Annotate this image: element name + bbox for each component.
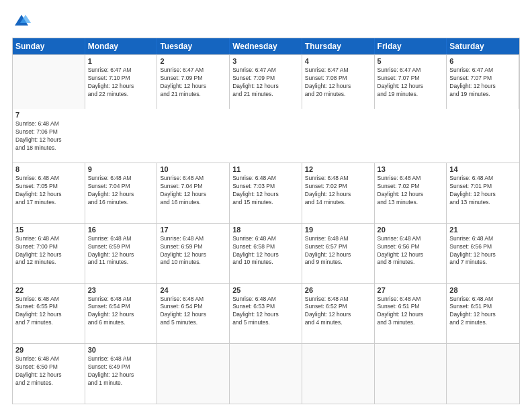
empty-cell xyxy=(447,344,519,404)
day-info: Sunrise: 6:48 AMSunset: 7:04 PMDaylight:… xyxy=(88,175,154,207)
day-info: Sunrise: 6:48 AMSunset: 7:00 PMDaylight:… xyxy=(15,235,82,267)
logo xyxy=(12,12,32,31)
day-info: Sunrise: 6:48 AMSunset: 7:06 PMDaylight:… xyxy=(15,120,83,152)
day-info: Sunrise: 6:48 AMSunset: 7:01 PMDaylight:… xyxy=(449,175,517,207)
calendar-row-3: 22Sunrise: 6:48 AMSunset: 6:55 PMDayligh… xyxy=(13,283,519,344)
header-day-wednesday: Wednesday xyxy=(230,38,302,54)
day-number: 18 xyxy=(232,226,299,234)
day-cell-29: 29Sunrise: 6:48 AMSunset: 6:50 PMDayligh… xyxy=(13,344,85,404)
day-cell-24: 24Sunrise: 6:48 AMSunset: 6:54 PMDayligh… xyxy=(157,284,230,344)
day-cell-2: 2Sunrise: 6:47 AMSunset: 7:09 PMDaylight… xyxy=(157,55,230,109)
day-cell-16: 16Sunrise: 6:48 AMSunset: 6:59 PMDayligh… xyxy=(85,224,158,283)
day-cell-22: 22Sunrise: 6:48 AMSunset: 6:55 PMDayligh… xyxy=(13,284,85,344)
day-number: 11 xyxy=(232,165,299,173)
day-cell-8: 8Sunrise: 6:48 AMSunset: 7:05 PMDaylight… xyxy=(13,163,85,223)
day-info: Sunrise: 6:47 AMSunset: 7:09 PMDaylight:… xyxy=(232,66,299,99)
day-cell-9: 9Sunrise: 6:48 AMSunset: 7:04 PMDaylight… xyxy=(85,163,158,223)
calendar-row-1: 8Sunrise: 6:48 AMSunset: 7:05 PMDaylight… xyxy=(13,163,519,223)
day-cell-13: 13Sunrise: 6:48 AMSunset: 7:02 PMDayligh… xyxy=(375,163,447,223)
day-info: Sunrise: 6:48 AMSunset: 6:58 PMDaylight:… xyxy=(232,235,299,267)
day-number: 7 xyxy=(15,111,83,119)
day-cell-14: 14Sunrise: 6:48 AMSunset: 7:01 PMDayligh… xyxy=(447,163,519,223)
day-number: 23 xyxy=(88,286,154,294)
day-info: Sunrise: 6:48 AMSunset: 6:56 PMDaylight:… xyxy=(378,235,444,267)
day-number: 5 xyxy=(378,57,444,65)
day-cell-4: 4Sunrise: 6:47 AMSunset: 7:08 PMDaylight… xyxy=(302,55,375,109)
header-day-sunday: Sunday xyxy=(13,38,85,54)
day-number: 4 xyxy=(305,57,371,65)
day-cell-3: 3Sunrise: 6:47 AMSunset: 7:09 PMDaylight… xyxy=(230,55,302,109)
day-info: Sunrise: 6:48 AMSunset: 7:05 PMDaylight:… xyxy=(15,175,82,207)
day-cell-26: 26Sunrise: 6:48 AMSunset: 6:52 PMDayligh… xyxy=(302,284,375,344)
day-number: 3 xyxy=(232,57,299,65)
day-number: 30 xyxy=(88,346,154,354)
day-number: 22 xyxy=(15,286,82,294)
day-number: 15 xyxy=(15,226,82,234)
day-info: Sunrise: 6:48 AMSunset: 6:53 PMDaylight:… xyxy=(232,295,299,328)
calendar-body: 1Sunrise: 6:47 AMSunset: 7:10 PMDaylight… xyxy=(13,54,519,404)
day-info: Sunrise: 6:47 AMSunset: 7:08 PMDaylight:… xyxy=(305,66,371,99)
day-info: Sunrise: 6:48 AMSunset: 6:49 PMDaylight:… xyxy=(88,355,154,387)
day-info: Sunrise: 6:47 AMSunset: 7:10 PMDaylight:… xyxy=(88,66,154,99)
day-number: 16 xyxy=(88,226,154,234)
day-info: Sunrise: 6:48 AMSunset: 6:59 PMDaylight:… xyxy=(88,235,154,267)
day-info: Sunrise: 6:48 AMSunset: 7:04 PMDaylight:… xyxy=(160,175,226,207)
header-day-saturday: Saturday xyxy=(447,38,519,54)
day-info: Sunrise: 6:48 AMSunset: 6:52 PMDaylight:… xyxy=(305,295,371,328)
calendar-row-4: 29Sunrise: 6:48 AMSunset: 6:50 PMDayligh… xyxy=(13,343,519,404)
day-cell-6: 6Sunrise: 6:47 AMSunset: 7:07 PMDaylight… xyxy=(447,55,519,109)
header-day-monday: Monday xyxy=(85,38,158,54)
day-number: 2 xyxy=(160,57,226,65)
empty-cell xyxy=(157,344,230,404)
day-cell-20: 20Sunrise: 6:48 AMSunset: 6:56 PMDayligh… xyxy=(375,224,447,283)
day-info: Sunrise: 6:48 AMSunset: 6:50 PMDaylight:… xyxy=(15,355,82,387)
day-cell-7: 7Sunrise: 6:48 AMSunset: 7:06 PMDaylight… xyxy=(13,109,85,163)
day-info: Sunrise: 6:48 AMSunset: 7:03 PMDaylight:… xyxy=(232,175,299,207)
day-number: 13 xyxy=(378,165,444,173)
day-cell-21: 21Sunrise: 6:48 AMSunset: 6:56 PMDayligh… xyxy=(447,224,519,283)
day-info: Sunrise: 6:47 AMSunset: 7:07 PMDaylight:… xyxy=(378,66,444,99)
day-cell-17: 17Sunrise: 6:48 AMSunset: 6:59 PMDayligh… xyxy=(157,224,230,283)
day-info: Sunrise: 6:48 AMSunset: 6:51 PMDaylight:… xyxy=(449,295,517,328)
day-number: 17 xyxy=(160,226,226,234)
day-info: Sunrise: 6:48 AMSunset: 6:56 PMDaylight:… xyxy=(449,235,517,267)
day-cell-28: 28Sunrise: 6:48 AMSunset: 6:51 PMDayligh… xyxy=(447,284,519,344)
day-cell-12: 12Sunrise: 6:48 AMSunset: 7:02 PMDayligh… xyxy=(302,163,375,223)
day-number: 12 xyxy=(305,165,371,173)
logo-icon xyxy=(12,12,31,31)
calendar-row-2: 15Sunrise: 6:48 AMSunset: 7:00 PMDayligh… xyxy=(13,223,519,283)
header-day-tuesday: Tuesday xyxy=(157,38,230,54)
day-number: 14 xyxy=(449,165,517,173)
empty-cell xyxy=(230,344,302,404)
day-number: 25 xyxy=(232,286,299,294)
day-cell-23: 23Sunrise: 6:48 AMSunset: 6:54 PMDayligh… xyxy=(85,284,158,344)
day-number: 28 xyxy=(449,286,517,294)
day-number: 9 xyxy=(88,165,154,173)
empty-cell xyxy=(375,344,447,404)
day-info: Sunrise: 6:48 AMSunset: 6:55 PMDaylight:… xyxy=(15,295,82,328)
day-info: Sunrise: 6:48 AMSunset: 6:57 PMDaylight:… xyxy=(305,235,371,267)
header-day-friday: Friday xyxy=(375,38,447,54)
day-number: 1 xyxy=(88,57,154,65)
day-number: 8 xyxy=(15,165,82,173)
day-number: 19 xyxy=(305,226,371,234)
day-cell-30: 30Sunrise: 6:48 AMSunset: 6:49 PMDayligh… xyxy=(85,344,158,404)
day-cell-10: 10Sunrise: 6:48 AMSunset: 7:04 PMDayligh… xyxy=(157,163,230,223)
day-number: 20 xyxy=(378,226,444,234)
day-number: 29 xyxy=(15,346,82,354)
day-cell-25: 25Sunrise: 6:48 AMSunset: 6:53 PMDayligh… xyxy=(230,284,302,344)
day-info: Sunrise: 6:47 AMSunset: 7:07 PMDaylight:… xyxy=(449,66,516,99)
day-info: Sunrise: 6:48 AMSunset: 6:54 PMDaylight:… xyxy=(160,295,226,328)
header xyxy=(12,12,520,31)
day-number: 24 xyxy=(160,286,226,294)
calendar-header: SundayMondayTuesdayWednesdayThursdayFrid… xyxy=(13,38,519,54)
empty-cell xyxy=(13,55,85,109)
calendar: SundayMondayTuesdayWednesdayThursdayFrid… xyxy=(12,38,520,404)
calendar-row-0: 1Sunrise: 6:47 AMSunset: 7:10 PMDaylight… xyxy=(13,54,519,163)
day-info: Sunrise: 6:48 AMSunset: 7:02 PMDaylight:… xyxy=(305,175,371,207)
day-number: 6 xyxy=(449,57,516,65)
header-day-thursday: Thursday xyxy=(302,38,375,54)
day-number: 26 xyxy=(305,286,371,294)
day-number: 27 xyxy=(378,286,444,294)
day-cell-18: 18Sunrise: 6:48 AMSunset: 6:58 PMDayligh… xyxy=(230,224,302,283)
